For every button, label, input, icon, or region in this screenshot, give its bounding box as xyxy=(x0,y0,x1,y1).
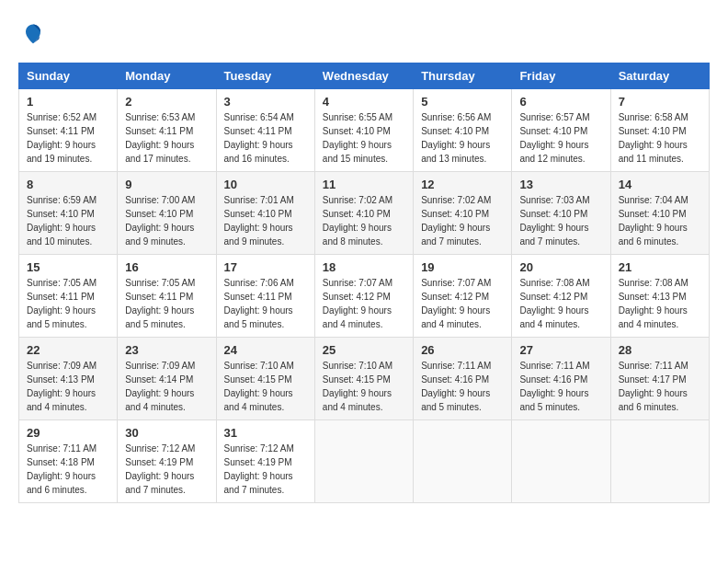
calendar-cell: 31 Sunrise: 7:12 AM Sunset: 4:19 PM Dayl… xyxy=(216,420,314,503)
calendar-cell: 19 Sunrise: 7:07 AM Sunset: 4:12 PM Dayl… xyxy=(414,255,512,338)
day-number: 11 xyxy=(323,178,405,191)
day-info: Sunrise: 7:12 AM Sunset: 4:19 PM Dayligh… xyxy=(125,442,208,497)
day-info: Sunrise: 7:06 AM Sunset: 4:11 PM Dayligh… xyxy=(224,276,307,331)
day-number: 20 xyxy=(519,260,602,274)
day-info: Sunrise: 7:00 AM Sunset: 4:10 PM Dayligh… xyxy=(125,193,208,248)
day-number: 17 xyxy=(224,260,307,274)
calendar-week-row: 15 Sunrise: 7:05 AM Sunset: 4:11 PM Dayl… xyxy=(19,255,710,338)
calendar-cell: 23 Sunrise: 7:09 AM Sunset: 4:14 PM Dayl… xyxy=(118,338,216,420)
calendar-weekday-tuesday: Tuesday xyxy=(216,63,314,89)
day-info: Sunrise: 6:52 AM Sunset: 4:11 PM Dayligh… xyxy=(27,110,109,166)
calendar-week-row: 22 Sunrise: 7:09 AM Sunset: 4:13 PM Dayl… xyxy=(19,338,710,420)
calendar-cell: 18 Sunrise: 7:07 AM Sunset: 4:12 PM Dayl… xyxy=(314,255,413,338)
calendar-cell: 4 Sunrise: 6:55 AM Sunset: 4:10 PM Dayli… xyxy=(314,89,413,172)
day-number: 16 xyxy=(125,260,208,274)
calendar-weekday-friday: Friday xyxy=(512,63,610,89)
calendar-cell: 21 Sunrise: 7:08 AM Sunset: 4:13 PM Dayl… xyxy=(610,255,709,338)
day-info: Sunrise: 7:07 AM Sunset: 4:12 PM Dayligh… xyxy=(421,276,504,331)
calendar-cell: 2 Sunrise: 6:53 AM Sunset: 4:11 PM Dayli… xyxy=(118,89,216,172)
day-number: 21 xyxy=(619,260,701,274)
day-info: Sunrise: 7:03 AM Sunset: 4:10 PM Dayligh… xyxy=(519,193,602,248)
day-info: Sunrise: 6:56 AM Sunset: 4:10 PM Dayligh… xyxy=(421,110,504,166)
day-info: Sunrise: 7:07 AM Sunset: 4:12 PM Dayligh… xyxy=(323,276,405,331)
day-number: 22 xyxy=(27,343,109,357)
calendar-cell: 29 Sunrise: 7:11 AM Sunset: 4:18 PM Dayl… xyxy=(19,420,118,503)
day-number: 3 xyxy=(224,95,307,109)
calendar-weekday-saturday: Saturday xyxy=(610,63,709,89)
logo-icon xyxy=(18,18,48,48)
day-info: Sunrise: 7:11 AM Sunset: 4:16 PM Dayligh… xyxy=(519,359,602,414)
calendar-cell: 24 Sunrise: 7:10 AM Sunset: 4:15 PM Dayl… xyxy=(216,338,314,420)
day-info: Sunrise: 7:05 AM Sunset: 4:11 PM Dayligh… xyxy=(125,276,208,331)
day-info: Sunrise: 6:54 AM Sunset: 4:11 PM Dayligh… xyxy=(224,110,307,166)
calendar-cell: 6 Sunrise: 6:57 AM Sunset: 4:10 PM Dayli… xyxy=(512,89,610,172)
calendar-cell: 25 Sunrise: 7:10 AM Sunset: 4:15 PM Dayl… xyxy=(314,338,413,420)
day-info: Sunrise: 7:08 AM Sunset: 4:13 PM Dayligh… xyxy=(619,276,701,331)
calendar-cell: 15 Sunrise: 7:05 AM Sunset: 4:11 PM Dayl… xyxy=(19,255,118,338)
calendar-cell: 9 Sunrise: 7:00 AM Sunset: 4:10 PM Dayli… xyxy=(118,172,216,255)
day-number: 18 xyxy=(323,260,405,274)
day-info: Sunrise: 7:02 AM Sunset: 4:10 PM Dayligh… xyxy=(421,193,504,248)
day-number: 30 xyxy=(125,426,208,440)
calendar-cell: 17 Sunrise: 7:06 AM Sunset: 4:11 PM Dayl… xyxy=(216,255,314,338)
day-info: Sunrise: 7:02 AM Sunset: 4:10 PM Dayligh… xyxy=(323,193,405,248)
day-number: 10 xyxy=(224,178,307,191)
page-header xyxy=(18,18,710,48)
day-info: Sunrise: 6:53 AM Sunset: 4:11 PM Dayligh… xyxy=(125,110,208,166)
day-info: Sunrise: 7:11 AM Sunset: 4:18 PM Dayligh… xyxy=(27,442,109,497)
day-number: 24 xyxy=(224,343,307,357)
day-number: 8 xyxy=(27,178,109,191)
calendar-cell: 12 Sunrise: 7:02 AM Sunset: 4:10 PM Dayl… xyxy=(414,172,512,255)
day-info: Sunrise: 7:04 AM Sunset: 4:10 PM Dayligh… xyxy=(619,193,701,248)
day-number: 14 xyxy=(619,178,701,191)
day-info: Sunrise: 7:08 AM Sunset: 4:12 PM Dayligh… xyxy=(519,276,602,331)
day-number: 27 xyxy=(519,343,602,357)
calendar-week-row: 1 Sunrise: 6:52 AM Sunset: 4:11 PM Dayli… xyxy=(19,89,710,172)
calendar-weekday-thursday: Thursday xyxy=(414,63,512,89)
day-info: Sunrise: 7:09 AM Sunset: 4:14 PM Dayligh… xyxy=(125,359,208,414)
calendar-cell: 1 Sunrise: 6:52 AM Sunset: 4:11 PM Dayli… xyxy=(19,89,118,172)
calendar-table: SundayMondayTuesdayWednesdayThursdayFrid… xyxy=(18,63,710,503)
calendar-cell: 28 Sunrise: 7:11 AM Sunset: 4:17 PM Dayl… xyxy=(610,338,709,420)
day-number: 19 xyxy=(421,260,504,274)
day-number: 29 xyxy=(27,426,109,440)
day-number: 4 xyxy=(323,95,405,109)
day-info: Sunrise: 7:11 AM Sunset: 4:16 PM Dayligh… xyxy=(421,359,504,414)
day-info: Sunrise: 7:12 AM Sunset: 4:19 PM Dayligh… xyxy=(224,442,307,497)
calendar-cell: 16 Sunrise: 7:05 AM Sunset: 4:11 PM Dayl… xyxy=(118,255,216,338)
day-number: 28 xyxy=(619,343,701,357)
day-info: Sunrise: 6:55 AM Sunset: 4:10 PM Dayligh… xyxy=(323,110,405,166)
day-number: 15 xyxy=(27,260,109,274)
calendar-cell: 27 Sunrise: 7:11 AM Sunset: 4:16 PM Dayl… xyxy=(512,338,610,420)
day-info: Sunrise: 7:05 AM Sunset: 4:11 PM Dayligh… xyxy=(27,276,109,331)
day-info: Sunrise: 7:11 AM Sunset: 4:17 PM Dayligh… xyxy=(619,359,701,414)
day-info: Sunrise: 6:58 AM Sunset: 4:10 PM Dayligh… xyxy=(619,110,701,166)
day-number: 2 xyxy=(125,95,208,109)
calendar-cell: 5 Sunrise: 6:56 AM Sunset: 4:10 PM Dayli… xyxy=(414,89,512,172)
calendar-cell xyxy=(414,420,512,503)
calendar-cell xyxy=(314,420,413,503)
calendar-cell xyxy=(512,420,610,503)
day-number: 6 xyxy=(519,95,602,109)
day-number: 7 xyxy=(619,95,701,109)
day-number: 1 xyxy=(27,95,109,109)
calendar-week-row: 29 Sunrise: 7:11 AM Sunset: 4:18 PM Dayl… xyxy=(19,420,710,503)
day-number: 26 xyxy=(421,343,504,357)
day-number: 25 xyxy=(323,343,405,357)
calendar-cell: 26 Sunrise: 7:11 AM Sunset: 4:16 PM Dayl… xyxy=(414,338,512,420)
calendar-cell: 22 Sunrise: 7:09 AM Sunset: 4:13 PM Dayl… xyxy=(19,338,118,420)
calendar-cell: 8 Sunrise: 6:59 AM Sunset: 4:10 PM Dayli… xyxy=(19,172,118,255)
calendar-week-row: 8 Sunrise: 6:59 AM Sunset: 4:10 PM Dayli… xyxy=(19,172,710,255)
day-info: Sunrise: 7:10 AM Sunset: 4:15 PM Dayligh… xyxy=(224,359,307,414)
day-info: Sunrise: 7:09 AM Sunset: 4:13 PM Dayligh… xyxy=(27,359,109,414)
day-number: 31 xyxy=(224,426,307,440)
day-number: 9 xyxy=(125,178,208,191)
calendar-cell: 13 Sunrise: 7:03 AM Sunset: 4:10 PM Dayl… xyxy=(512,172,610,255)
calendar-cell: 11 Sunrise: 7:02 AM Sunset: 4:10 PM Dayl… xyxy=(314,172,413,255)
day-number: 12 xyxy=(421,178,504,191)
calendar-cell: 20 Sunrise: 7:08 AM Sunset: 4:12 PM Dayl… xyxy=(512,255,610,338)
day-info: Sunrise: 6:59 AM Sunset: 4:10 PM Dayligh… xyxy=(27,193,109,248)
day-info: Sunrise: 7:10 AM Sunset: 4:15 PM Dayligh… xyxy=(323,359,405,414)
calendar-cell: 3 Sunrise: 6:54 AM Sunset: 4:11 PM Dayli… xyxy=(216,89,314,172)
logo xyxy=(18,18,51,48)
